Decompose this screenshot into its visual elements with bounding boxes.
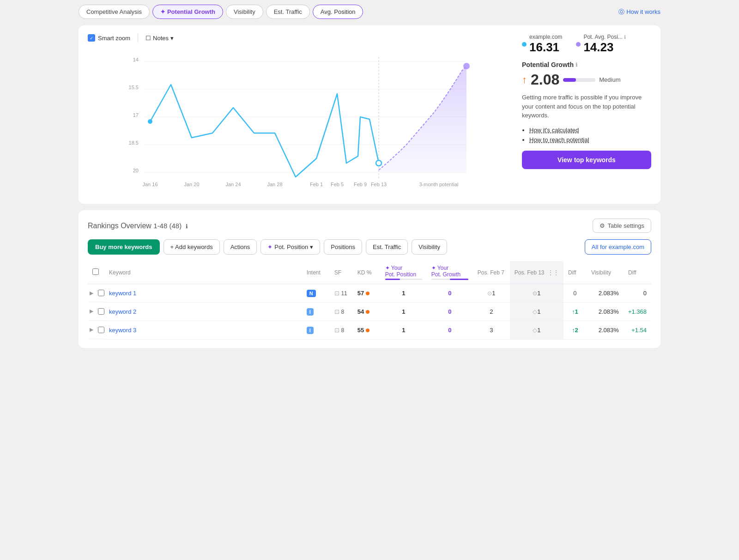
all-for-domain-button[interactable]: All for example.com bbox=[585, 239, 651, 255]
cell-kd-3: 55 bbox=[353, 321, 381, 340]
col-header-checkbox bbox=[88, 261, 104, 284]
kd-dot-1 bbox=[366, 292, 370, 295]
intent-badge-2: I bbox=[307, 308, 314, 316]
cell-diff-1: 0 bbox=[563, 284, 587, 303]
sf-icon-1: ⊡ bbox=[334, 290, 339, 297]
smart-zoom-control: ✓ Smart zoom bbox=[88, 34, 130, 42]
pot-growth-slider bbox=[431, 279, 468, 280]
row-expand-3[interactable]: ▶ bbox=[90, 327, 93, 333]
pot-pos-slider bbox=[385, 279, 422, 280]
intent-badge-3: I bbox=[307, 327, 314, 334]
sparkle-icon-3: ✦ bbox=[385, 265, 390, 271]
positions-button[interactable]: Positions bbox=[324, 239, 362, 255]
legend-pot: Pot. Avg. Posi... ℹ 14.23 bbox=[576, 34, 626, 55]
row-checkbox-3[interactable] bbox=[98, 327, 104, 333]
intent-badge-1: N bbox=[307, 290, 316, 297]
svg-text:3-month potential: 3-month potential bbox=[419, 182, 459, 187]
tab-potential-growth[interactable]: ✦Potential Growth bbox=[152, 5, 223, 19]
svg-text:Feb 5: Feb 5 bbox=[331, 182, 344, 187]
row-checkbox-1[interactable] bbox=[98, 290, 104, 296]
pot-position-button[interactable]: ✦ Pot. Position ▾ bbox=[260, 239, 320, 255]
col-header-keyword: Keyword bbox=[104, 261, 302, 284]
cell-kd-1: 57 bbox=[353, 284, 381, 303]
svg-text:Feb 9: Feb 9 bbox=[354, 182, 367, 187]
how-reach-link[interactable]: How to reach potential bbox=[529, 136, 589, 143]
tab-avg-position[interactable]: Avg. Position bbox=[313, 5, 363, 19]
cell-intent-2: I bbox=[302, 303, 330, 321]
visibility-button[interactable]: Visibility bbox=[412, 239, 447, 255]
rankings-toolbar: Buy more keywords + Add keywords Actions… bbox=[88, 239, 651, 255]
notes-dropdown[interactable]: ☐ Notes ▾ bbox=[145, 35, 174, 42]
keyword-link-3[interactable]: keyword 3 bbox=[109, 327, 136, 334]
tab-est-traffic[interactable]: Est. Traffic bbox=[266, 5, 310, 19]
cell-intent-1: N bbox=[302, 284, 330, 303]
chart-controls: ✓ Smart zoom ☐ Notes ▾ bbox=[88, 34, 513, 42]
cell-intent-3: I bbox=[302, 321, 330, 340]
cell-pos-feb13-2: ◇1 bbox=[510, 303, 563, 321]
sf-icon-2: ⊡ bbox=[334, 308, 339, 315]
col-header-intent: Intent bbox=[302, 261, 330, 284]
svg-text:Jan 20: Jan 20 bbox=[184, 182, 199, 187]
progress-fill bbox=[563, 78, 576, 82]
chevron-down-icon: ▾ bbox=[170, 35, 174, 42]
cell-pot-growth-1: 0 bbox=[427, 284, 473, 303]
keyword-link-1[interactable]: keyword 1 bbox=[109, 290, 136, 297]
svg-text:Feb 1: Feb 1 bbox=[310, 182, 323, 187]
table-settings-button[interactable]: ⚙ Table settings bbox=[593, 219, 652, 233]
gear-icon: ⚙ bbox=[600, 222, 605, 229]
smart-zoom-checkbox[interactable]: ✓ bbox=[88, 34, 95, 42]
cell-pot-pos-2: 1 bbox=[381, 303, 427, 321]
keyword-link-2[interactable]: keyword 2 bbox=[109, 308, 136, 315]
est-traffic-button[interactable]: Est. Traffic bbox=[366, 239, 408, 255]
cell-sf-3: ⊡ 8 bbox=[330, 321, 353, 340]
cell-pos-feb7-1: ⊙1 bbox=[473, 284, 510, 303]
rankings-title: Rankings Overview 1-48 (48) ℹ bbox=[88, 222, 188, 230]
cell-pos-feb7-3: 3 bbox=[473, 321, 510, 340]
circle-question-icon: ⓪ bbox=[618, 8, 624, 16]
chart-area: 14 15.5 17 18.5 20 bbox=[88, 48, 513, 195]
legend-dot-example bbox=[522, 42, 527, 47]
rankings-panel: Rankings Overview 1-48 (48) ℹ ⚙ Table se… bbox=[79, 210, 660, 348]
row-expand-2[interactable]: ▶ bbox=[90, 308, 93, 314]
kd-dot-3 bbox=[366, 329, 370, 332]
how-it-works-link[interactable]: ⓪ How it works bbox=[618, 8, 660, 16]
chart-svg: 14 15.5 17 18.5 20 bbox=[88, 48, 513, 195]
cell-sf-2: ⊡ 8 bbox=[330, 303, 353, 321]
cell-pot-pos-1: 1 bbox=[381, 284, 427, 303]
tab-visibility[interactable]: Visibility bbox=[226, 5, 263, 19]
info-icon-rankings: ℹ bbox=[186, 223, 188, 230]
link-icon-1: ⊙ bbox=[487, 290, 492, 297]
row-expand-1[interactable]: ▶ bbox=[90, 290, 93, 296]
cell-pos-feb13-1: ⊙1 bbox=[510, 284, 563, 303]
svg-text:17: 17 bbox=[133, 112, 139, 118]
row-checkbox-2[interactable] bbox=[98, 308, 104, 315]
view-top-keywords-button[interactable]: View top keywords bbox=[522, 151, 651, 169]
add-keywords-button[interactable]: + Add keywords bbox=[164, 239, 220, 255]
chart-panel: ✓ Smart zoom ☐ Notes ▾ 14 15.5 17 18.5 bbox=[79, 25, 660, 204]
how-calculated-link[interactable]: How it's calculated bbox=[529, 127, 579, 134]
cell-kd-2: 54 bbox=[353, 303, 381, 321]
pot-position-label: Pot. Position bbox=[274, 243, 308, 250]
actions-button[interactable]: Actions bbox=[224, 239, 257, 255]
cell-pot-growth-2: 0 bbox=[427, 303, 473, 321]
cell-diff-2: ↑1 bbox=[563, 303, 587, 321]
svg-text:Jan 28: Jan 28 bbox=[267, 182, 282, 187]
cell-keyword-3: keyword 3 bbox=[104, 321, 302, 340]
growth-links: How it's calculated How to reach potenti… bbox=[522, 127, 651, 143]
up-arrow: ↑ bbox=[522, 74, 527, 86]
potential-growth-value-row: ↑ 2.08 Medium bbox=[522, 71, 651, 88]
tabs-bar: Competitive Analysis ✦Potential Growth V… bbox=[79, 5, 660, 19]
col-header-pot-pos: ✦ Your Pot. Position bbox=[381, 261, 427, 284]
col-header-visibility: Visibility bbox=[587, 261, 624, 284]
cell-diff-3: ↑2 bbox=[563, 321, 587, 340]
tab-competitive[interactable]: Competitive Analysis bbox=[79, 5, 150, 19]
col-header-kd: KD % bbox=[353, 261, 381, 284]
col-header-sf: SF bbox=[330, 261, 353, 284]
sparkle-icon-4: ✦ bbox=[431, 265, 436, 271]
cell-pos-feb13-3: ◇1 bbox=[510, 321, 563, 340]
select-all-checkbox[interactable] bbox=[92, 268, 99, 275]
sparkle-icon: ✦ bbox=[160, 8, 165, 15]
buy-keywords-button[interactable]: Buy more keywords bbox=[88, 239, 160, 255]
svg-text:15.5: 15.5 bbox=[129, 85, 139, 90]
col-header-pot-growth: ✦ Your Pot. Growth bbox=[427, 261, 473, 284]
